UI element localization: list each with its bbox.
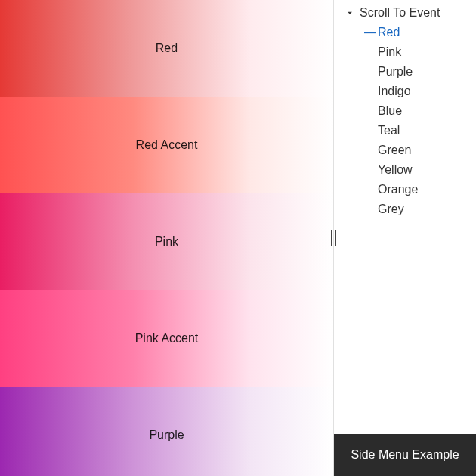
tree-item-label: Orange xyxy=(378,180,418,199)
tree-item-yellow[interactable]: —Yellow xyxy=(364,160,468,180)
tree-item-label: Purple xyxy=(378,62,413,82)
tree-item-green[interactable]: —Green xyxy=(364,141,468,160)
tree-item-label: Indigo xyxy=(378,82,411,101)
tree-item-blue[interactable]: —Blue xyxy=(364,101,468,121)
resize-handle-icon[interactable] xyxy=(328,228,338,248)
tree-item-red[interactable]: —Red xyxy=(364,23,468,42)
tree-item-purple[interactable]: —Purple xyxy=(364,62,468,82)
footer-button-label: Side Menu Example xyxy=(351,448,459,462)
swatch-label: Pink Accent xyxy=(135,332,199,345)
tree-item-grey[interactable]: —Grey xyxy=(364,199,468,219)
swatch-purple[interactable]: Purple xyxy=(0,387,333,476)
chevron-down-icon xyxy=(345,8,355,18)
tree-item-orange[interactable]: —Orange xyxy=(364,180,468,199)
swatch-label: Red Accent xyxy=(136,138,198,152)
swatch-red-accent[interactable]: Red Accent xyxy=(0,97,333,193)
tree-item-label: Green xyxy=(378,141,411,160)
swatch-label: Red xyxy=(156,42,178,55)
tree-children: —Red—Pink—Purple—Indigo—Blue—Teal—Green—… xyxy=(345,23,468,219)
swatch-pink-accent[interactable]: Pink Accent xyxy=(0,290,333,387)
tree-item-label: Blue xyxy=(378,101,402,121)
swatch-label: Pink xyxy=(155,235,178,249)
swatch-label: Purple xyxy=(149,428,184,442)
tree-item-label: Teal xyxy=(378,121,400,141)
color-swatch-panel: Red Red Accent Pink Pink Accent Purple xyxy=(0,0,334,476)
side-menu: Scroll To Event —Red—Pink—Purple—Indigo—… xyxy=(334,0,476,476)
tree-item-teal[interactable]: —Teal xyxy=(364,121,468,141)
tree-header-scroll-to-event[interactable]: Scroll To Event xyxy=(345,6,468,20)
tree-item-pink[interactable]: —Pink xyxy=(364,42,468,62)
tree-item-indigo[interactable]: —Indigo xyxy=(364,82,468,101)
tree-item-label: Yellow xyxy=(378,160,413,180)
tree-item-label: Red xyxy=(378,23,400,42)
side-menu-example-button[interactable]: Side Menu Example xyxy=(334,434,476,476)
tree-item-label: Pink xyxy=(378,42,401,62)
tree-header-label: Scroll To Event xyxy=(360,6,440,20)
swatch-red[interactable]: Red xyxy=(0,0,333,97)
tree-item-label: Grey xyxy=(378,199,404,219)
active-marker-icon: — xyxy=(364,26,373,39)
swatch-pink[interactable]: Pink xyxy=(0,193,333,290)
